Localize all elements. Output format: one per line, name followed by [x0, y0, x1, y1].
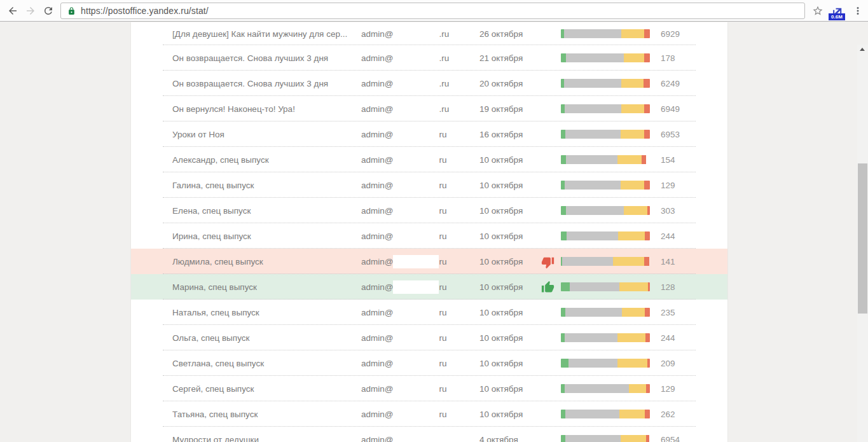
bar-segment-yellow	[624, 53, 644, 62]
message-count: 129	[650, 384, 727, 394]
campaign-row[interactable]: Он возвращается. Снова лучших 3 дня admi…	[131, 45, 727, 71]
delivery-stats-bar	[561, 282, 650, 291]
vote-cell	[541, 406, 561, 422]
message-count: 209	[650, 359, 727, 368]
sender-email: admin@ru	[361, 230, 479, 243]
campaign-row[interactable]: Марина, спец выпуск admin@ru 10 октября …	[131, 274, 727, 300]
bar-segment-yellow	[624, 206, 647, 215]
bar-segment-green	[561, 410, 565, 418]
sender-email: admin@.ru	[361, 102, 479, 116]
email-censor-box	[393, 179, 439, 192]
campaign-row[interactable]: Мудрости от дедушки admin@ 4 октября 695…	[131, 427, 727, 442]
send-date: 10 октября	[479, 333, 541, 343]
scrollbar-thumb[interactable]	[858, 163, 867, 314]
kebab-menu-icon	[852, 5, 864, 17]
sender-email: admin@ru	[361, 128, 479, 141]
bar-segment-red	[644, 53, 650, 62]
delivery-stats-bar	[561, 384, 650, 393]
bar-segment-red	[644, 130, 650, 139]
campaign-subject: Елена, спец выпуск	[172, 206, 361, 216]
bar-segment-red	[644, 181, 650, 190]
message-count: 244	[650, 333, 727, 343]
thumb-down-icon[interactable]	[541, 256, 555, 269]
reload-button[interactable]	[41, 3, 56, 18]
bar-segment-green	[561, 53, 566, 62]
campaign-subject: [Для девушек] Как найти мужчину для сер.…	[172, 29, 361, 39]
email-prefix: admin@	[361, 104, 393, 114]
bar-segment-yellow	[618, 231, 645, 240]
bar-segment-green	[561, 308, 565, 317]
message-count: 154	[650, 155, 727, 165]
email-suffix: .ru	[439, 79, 449, 88]
message-count: 6249	[650, 79, 727, 88]
email-suffix: ru	[439, 231, 446, 241]
campaign-subject: Сергей, спец выпуск	[172, 384, 361, 394]
message-count: 128	[650, 282, 727, 292]
campaign-row[interactable]: Ольга, спец выпуск admin@ru 10 октября 2…	[131, 325, 727, 350]
email-censor-box	[393, 230, 439, 243]
campaign-row[interactable]: Светлана, спец выпуск admin@ru 10 октябр…	[131, 350, 727, 376]
email-suffix: ru	[439, 410, 446, 419]
send-date: 10 октября	[479, 206, 541, 216]
bar-segment-gray	[565, 384, 629, 393]
thumb-up-icon[interactable]	[541, 280, 555, 294]
send-date: 4 октября	[479, 435, 541, 442]
send-date: 10 октября	[479, 257, 541, 266]
delivery-stats-bar	[561, 206, 650, 215]
campaign-row[interactable]: [Для девушек] Как найти мужчину для сер.…	[131, 22, 727, 45]
bar-segment-red	[642, 155, 646, 164]
sender-email: admin@ru	[361, 280, 479, 294]
campaign-row[interactable]: Татьяна, спец выпуск admin@ru 10 октября…	[131, 401, 727, 427]
email-prefix: admin@	[361, 308, 393, 317]
campaign-row[interactable]: Уроки от Ноя admin@ru 16 октября 6953	[131, 121, 727, 147]
campaign-subject: Уроки от Ноя	[172, 130, 361, 139]
campaign-subject: Он вернулся! Наконец-то! Ура!	[172, 104, 361, 114]
bar-segment-yellow	[629, 384, 646, 393]
vote-cell	[541, 76, 561, 91]
campaign-row[interactable]: Наталья, спец выпуск admin@ru 10 октября…	[131, 300, 727, 325]
address-bar[interactable]: https://postoffice.yandex.ru/stat/	[60, 3, 805, 19]
email-suffix: ru	[439, 282, 446, 292]
sender-email: admin@	[361, 433, 479, 442]
email-prefix: admin@	[361, 53, 393, 63]
campaign-row[interactable]: Александр, спец выпуск admin@ru 10 октяб…	[131, 147, 727, 172]
send-date: 19 октября	[479, 104, 541, 114]
campaign-stats-card: [Для девушек] Как найти мужчину для сер.…	[130, 22, 728, 442]
message-count: 6954	[650, 435, 727, 442]
send-date: 10 октября	[479, 181, 541, 190]
forward-button[interactable]	[23, 3, 38, 18]
campaign-subject: Александр, спец выпуск	[172, 155, 361, 165]
lock-icon[interactable]	[67, 7, 76, 15]
email-censor-box	[393, 153, 439, 167]
browser-toolbar: https://postoffice.yandex.ru/stat/ 0.6M	[0, 0, 868, 22]
email-prefix: admin@	[361, 282, 393, 292]
send-date: 10 октября	[479, 155, 541, 165]
email-censor-box	[393, 382, 439, 396]
send-date: 10 октября	[479, 308, 541, 317]
email-censor-box	[393, 102, 439, 116]
delivery-stats-bar	[561, 359, 650, 368]
campaign-row[interactable]: Елена, спец выпуск admin@ru 10 октября 3…	[131, 198, 727, 223]
send-date: 16 октября	[479, 130, 541, 139]
vote-cell	[541, 305, 561, 320]
email-prefix: admin@	[361, 181, 393, 190]
campaign-row[interactable]: Сергей, спец выпуск admin@ru 10 октября …	[131, 376, 727, 401]
vote-cell	[541, 152, 561, 167]
email-prefix: admin@	[361, 155, 393, 165]
bar-segment-gray	[562, 257, 613, 266]
campaign-row[interactable]: Людмила, спец выпуск admin@ru 10 октября…	[131, 249, 727, 274]
campaign-row[interactable]: Он вернулся! Наконец-то! Ура! admin@.ru …	[131, 96, 727, 121]
back-button[interactable]	[5, 3, 20, 18]
email-censor-box	[393, 433, 439, 442]
campaign-row[interactable]: Он возвращается. Снова лучших 3 дня admi…	[131, 71, 727, 96]
campaign-row[interactable]: Галина, спец выпуск admin@ru 10 октября …	[131, 172, 727, 198]
page-scrollbar[interactable]	[857, 45, 868, 442]
sender-email: admin@ru	[361, 382, 479, 396]
url-text[interactable]: https://postoffice.yandex.ru/stat/	[81, 6, 209, 16]
bookmark-star-button[interactable]	[810, 3, 825, 18]
email-suffix: ru	[439, 181, 446, 190]
menu-button[interactable]	[850, 3, 865, 18]
delivery-stats-bar	[561, 104, 650, 113]
scrollbar-up-arrow[interactable]	[857, 45, 868, 54]
campaign-row[interactable]: Ирина, спец выпуск admin@ru 10 октября 2…	[131, 223, 727, 249]
